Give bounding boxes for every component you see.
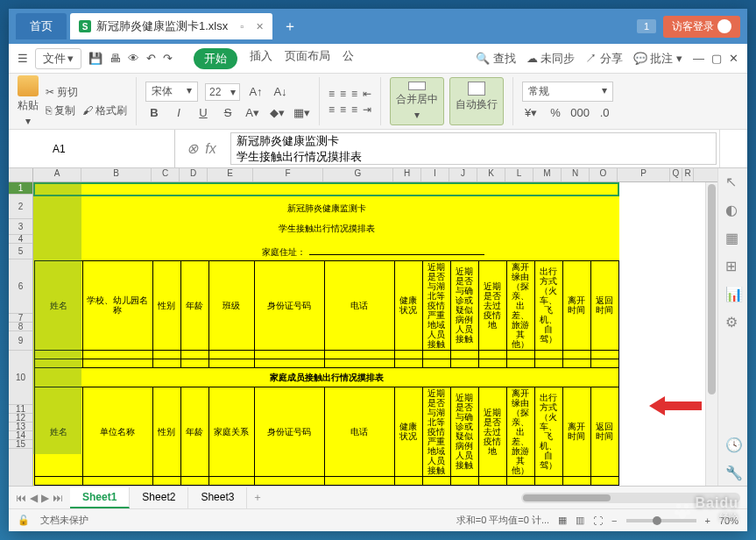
cell[interactable]: 年龄 — [180, 260, 208, 350]
tools-icon[interactable]: 🔧 — [725, 465, 741, 480]
tab-page-layout[interactable]: 页面布局 — [285, 48, 330, 69]
cell[interactable] — [562, 359, 590, 367]
cell[interactable]: 姓名 — [34, 260, 82, 350]
document-tab[interactable]: S 新冠肺炎健康监测卡1.xlsx ▫ ✕ — [70, 13, 272, 39]
cell[interactable] — [422, 350, 450, 359]
cell[interactable]: 姓名 — [34, 387, 82, 476]
sheet-nav-prev-icon[interactable]: ◀ — [30, 492, 38, 504]
cell[interactable]: 近期是否去过疫情地 — [478, 387, 506, 476]
align-right-icon[interactable]: ≡ — [351, 103, 357, 116]
cell[interactable]: 电话 — [324, 260, 394, 350]
cell[interactable]: 班级 — [208, 260, 254, 350]
increase-font-icon[interactable]: A↑ — [247, 83, 265, 101]
cell[interactable] — [478, 350, 506, 359]
align-left-icon[interactable]: ≡ — [329, 103, 335, 116]
cell[interactable] — [152, 485, 180, 486]
cell[interactable] — [324, 485, 394, 486]
cell[interactable] — [562, 485, 590, 486]
copy-button[interactable]: ⎘ 复制 — [46, 103, 75, 118]
cell[interactable]: 家庭成员接触出行情况摸排表 — [34, 367, 618, 387]
cell[interactable] — [450, 476, 478, 485]
col-header[interactable]: N — [562, 168, 590, 181]
cell[interactable]: 学生接触出行情况摸排表 — [34, 220, 618, 236]
row-header[interactable]: 8 — [9, 323, 32, 331]
cell[interactable] — [590, 359, 618, 367]
col-header[interactable]: Q — [670, 168, 682, 181]
col-header[interactable]: K — [477, 168, 505, 181]
grid-icon[interactable]: ⊞ — [725, 258, 741, 274]
col-header[interactable]: D — [180, 168, 208, 181]
cell[interactable] — [324, 359, 394, 367]
tab-start[interactable]: 开始 — [194, 48, 237, 69]
sheet-tab[interactable]: Sheet2 — [130, 487, 188, 508]
cell[interactable]: 性别 — [152, 260, 180, 350]
close-icon[interactable]: ✕ — [729, 52, 738, 65]
search-menu[interactable]: 🔍 查找 — [476, 51, 516, 67]
cell[interactable] — [82, 350, 152, 359]
cell[interactable] — [394, 485, 422, 486]
cell[interactable]: 近期是否去过疫情地 — [478, 260, 506, 350]
cell[interactable] — [324, 476, 394, 485]
undo-icon[interactable]: ↶ — [146, 52, 156, 65]
settings-icon[interactable]: ⚙ — [725, 314, 741, 330]
font-size-select[interactable]: 22▾ — [205, 83, 240, 101]
sheet-nav-next-icon[interactable]: ▶ — [41, 492, 49, 504]
minimize-icon[interactable]: — — [693, 52, 704, 65]
decrease-decimal-icon[interactable]: .0 — [596, 103, 613, 121]
cell[interactable] — [208, 485, 254, 486]
row-header[interactable]: 6 — [9, 259, 32, 314]
cell[interactable] — [208, 476, 254, 485]
share-menu[interactable]: ↗ 分享 — [585, 51, 623, 67]
cell[interactable]: 返回时间 — [590, 260, 618, 350]
cell[interactable] — [590, 485, 618, 486]
col-header[interactable]: C — [152, 168, 180, 181]
row-header[interactable]: 10 — [9, 351, 32, 405]
row-header[interactable]: 5 — [9, 244, 32, 259]
cell[interactable] — [180, 350, 208, 359]
row-header[interactable]: 2 — [9, 195, 32, 219]
col-header[interactable]: J — [449, 168, 477, 181]
cell[interactable] — [534, 350, 562, 359]
row-header[interactable]: 3 — [9, 219, 32, 235]
cell[interactable] — [590, 476, 618, 485]
font-color-button[interactable]: A▾ — [244, 103, 261, 121]
cell[interactable] — [562, 476, 590, 485]
border-button[interactable]: ▦▾ — [293, 103, 310, 121]
font-name-select[interactable]: 宋体▾ — [145, 82, 198, 102]
cell[interactable] — [394, 476, 422, 485]
file-menu[interactable]: 文件▾ — [35, 48, 81, 69]
print-icon[interactable]: 🖶 — [110, 52, 121, 65]
cell[interactable] — [324, 350, 394, 359]
sheet-nav-first-icon[interactable]: ⏮ — [16, 492, 26, 504]
italic-button[interactable]: I — [170, 103, 187, 121]
cell[interactable]: 家庭住址： — [34, 245, 618, 260]
cell[interactable] — [422, 359, 450, 367]
align-top-icon[interactable]: ≡ — [329, 88, 335, 100]
add-sheet-button[interactable]: ＋ — [252, 490, 263, 505]
fx-icon[interactable]: fx — [205, 141, 215, 157]
cell[interactable]: 近期是否与湖北等疫情严重地域人员接触 — [422, 260, 450, 350]
formula-input[interactable]: 新冠肺炎健康监测卡 学生接触出行情况摸排表 — [230, 132, 717, 165]
cell[interactable]: 身份证号码 — [254, 387, 324, 476]
sheet-tab[interactable]: Sheet3 — [188, 487, 247, 508]
cell[interactable] — [254, 476, 324, 485]
view-fullscreen-icon[interactable]: ⛶ — [593, 515, 603, 526]
col-header[interactable]: I — [421, 168, 449, 181]
cell[interactable]: 出行方式（火车、飞机、自驾） — [534, 260, 562, 350]
sheet-nav-last-icon[interactable]: ⏭ — [53, 492, 63, 504]
cell[interactable]: 性别 — [152, 387, 180, 476]
cell[interactable] — [534, 485, 562, 486]
align-bottom-icon[interactable]: ≡ — [351, 88, 357, 100]
add-tab-button[interactable]: ＋ — [283, 18, 297, 36]
cell[interactable]: 健康状况 — [394, 260, 422, 350]
fill-color-button[interactable]: ◆▾ — [268, 103, 286, 121]
format-painter-button[interactable]: 🖌 格式刷 — [82, 103, 127, 118]
col-header[interactable]: R — [682, 168, 694, 181]
cell[interactable] — [82, 359, 152, 367]
maximize-icon[interactable]: ▢ — [711, 52, 722, 65]
row-header[interactable]: 9 — [9, 331, 32, 351]
cell[interactable] — [34, 476, 82, 485]
decrease-font-icon[interactable]: A↓ — [272, 83, 289, 101]
cell[interactable] — [394, 359, 422, 367]
chart-icon[interactable]: 📊 — [725, 286, 741, 302]
